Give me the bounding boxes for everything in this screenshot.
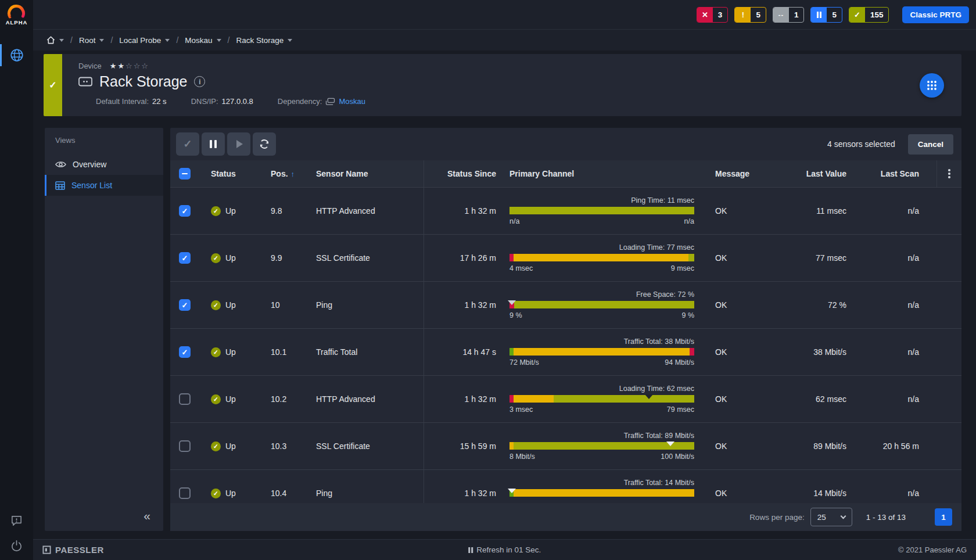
alarm-badge-down[interactable]: ✕ 3: [697, 7, 729, 23]
table-row[interactable]: ✓ ✓ Up 10.3 SSL Certificate 15 h 59 m Tr…: [170, 422, 961, 469]
table-row[interactable]: ✓ ✓ Up 9.8 HTTP Advanced 1 h 32 m Ping T…: [170, 187, 961, 234]
feedback-button[interactable]: [10, 515, 23, 527]
classic-prtg-button[interactable]: Classic PRTG: [902, 6, 969, 23]
breadcrumb-separator: /: [110, 35, 113, 45]
table-row[interactable]: ✓ ✓ Up 10.4 Ping 1 h 32 m Traffic Total:…: [170, 469, 961, 503]
breadcrumb-separator: /: [70, 35, 73, 45]
primary-channel-cell: Traffic Total: 89 Mbit/s 8 Mbit/s 100 Mb…: [498, 423, 707, 469]
status-since-cell: 15 h 59 m: [424, 423, 498, 469]
channel-min-label: 4 msec: [509, 264, 533, 273]
paessler-brand-label: PAESSLER: [55, 545, 104, 555]
rows-per-page-label: Rows per page:: [749, 513, 805, 522]
view-item-overview[interactable]: Overview: [45, 154, 163, 175]
apps-menu-button[interactable]: [920, 73, 944, 98]
device-type-label: Device: [78, 62, 102, 70]
primary-channel-cell: Free Space: 72 % 9 % 9 %: [498, 282, 707, 328]
sensor-name-cell[interactable]: HTTP Advanced: [302, 188, 424, 234]
check-button[interactable]: ✓: [176, 132, 199, 156]
row-checkbox[interactable]: ✓: [179, 205, 191, 217]
column-header-sensor-name[interactable]: Sensor Name: [302, 160, 424, 187]
priority-stars[interactable]: ★★☆☆☆: [110, 62, 149, 70]
row-checkbox[interactable]: ✓: [179, 252, 191, 264]
column-header-primary-channel[interactable]: Primary Channel: [498, 160, 707, 187]
row-checkbox[interactable]: ✓: [179, 440, 191, 452]
table-row[interactable]: ✓ ✓ Up 9.9 SSL Certificate 17 h 26 m Loa…: [170, 234, 961, 281]
position-cell: 9.9: [260, 235, 302, 281]
channel-min-label: n/a: [509, 217, 519, 226]
cancel-button[interactable]: Cancel: [908, 134, 953, 155]
top-bar: ✕ 3 ! 5 -- 1 5 ✓ 155 Classic PRTG: [33, 0, 976, 29]
logout-button[interactable]: [10, 540, 23, 552]
breadcrumb-rack-storage[interactable]: Rack Storage: [236, 36, 292, 45]
column-header-last-value[interactable]: Last Value: [765, 160, 852, 187]
channel-label: Free Space: 72 %: [509, 290, 694, 299]
sidebar-item-devices[interactable]: [0, 42, 33, 69]
primary-channel-cell: Ping Time: 11 msec n/a n/a: [498, 188, 707, 234]
column-header-status-since[interactable]: Status Since: [424, 160, 498, 187]
resume-button[interactable]: [227, 132, 250, 156]
dependency-link[interactable]: Moskau: [339, 97, 365, 106]
row-menu-cell: [936, 188, 961, 234]
table-row[interactable]: ✓ ✓ Up 10.2 HTTP Advanced 1 h 32 m Loadi…: [170, 375, 961, 422]
table-row[interactable]: ✓ ✓ Up 10.1 Traffic Total 14 h 47 s Traf…: [170, 328, 961, 375]
breadcrumb-moskau[interactable]: Moskau: [185, 36, 221, 45]
breadcrumb-home[interactable]: [46, 36, 64, 44]
rows-per-page-select[interactable]: 25: [810, 508, 852, 526]
column-header-message[interactable]: Message: [707, 160, 765, 187]
sensor-name-cell[interactable]: SSL Certificate: [302, 235, 424, 281]
channel-label: Ping Time: 11 msec: [509, 196, 694, 204]
alarm-badge-warning[interactable]: ! 5: [734, 7, 766, 23]
bar-segment: [514, 301, 694, 308]
status-up-icon: ✓: [211, 441, 221, 451]
channel-min-label: 9 %: [509, 311, 522, 320]
selection-toolbar: ✓ 4 sensors selected Cancel: [170, 128, 961, 160]
page-1-button[interactable]: 1: [935, 508, 952, 526]
device-icon: [78, 77, 92, 87]
alarm-badge-paused[interactable]: 5: [810, 7, 842, 23]
sensor-name-cell[interactable]: Ping: [302, 470, 424, 503]
meta-dependency: Dependency: Moskau: [278, 97, 365, 106]
bang-icon: !: [735, 8, 751, 22]
info-icon[interactable]: i: [194, 76, 205, 87]
pause-button[interactable]: [202, 132, 225, 156]
sensor-name-cell[interactable]: Ping: [302, 282, 424, 328]
view-item-sensor-list[interactable]: Sensor List: [45, 175, 163, 196]
status-since-cell: 14 h 47 s: [424, 329, 498, 375]
row-checkbox[interactable]: ✓: [179, 299, 191, 311]
scan-now-button[interactable]: [253, 132, 276, 156]
home-icon: [46, 36, 55, 44]
paessler-brand[interactable]: PAESSLER: [42, 545, 104, 555]
column-header-status[interactable]: Status: [199, 160, 260, 187]
sensor-name-cell[interactable]: SSL Certificate: [302, 423, 424, 469]
refresh-icon: [259, 138, 270, 150]
sensor-name-cell[interactable]: HTTP Advanced: [302, 376, 424, 422]
channel-bar: [509, 348, 694, 356]
refresh-countdown[interactable]: Refresh in 01 Sec.: [468, 545, 541, 554]
kebab-menu-icon[interactable]: [946, 167, 953, 181]
prtg-logo[interactable]: ALPHA: [6, 5, 28, 26]
sensor-name-cell[interactable]: Traffic Total: [302, 329, 424, 375]
alarm-badge-unknown[interactable]: -- 1: [773, 7, 805, 23]
table-row[interactable]: ✓ ✓ Up 10 Ping 1 h 32 m Free Space: 72 %…: [170, 281, 961, 328]
row-checkbox[interactable]: ✓: [179, 346, 191, 358]
channel-bar: [509, 254, 694, 261]
column-header-last-scan[interactable]: Last Scan: [852, 160, 936, 187]
channel-label: Traffic Total: 38 Mbit/s: [509, 338, 694, 346]
dependency-icon: [325, 98, 335, 106]
channel-bar: [509, 442, 694, 450]
status-cell: ✓ Up: [199, 423, 260, 469]
select-all-checkbox[interactable]: [179, 168, 191, 180]
column-header-pos[interactable]: Pos.↑: [260, 160, 302, 187]
position-cell: 10.3: [260, 423, 302, 469]
breadcrumb-root[interactable]: Root: [79, 36, 105, 45]
breadcrumb-local-probe[interactable]: Local Probe: [119, 36, 170, 45]
row-checkbox[interactable]: ✓: [179, 487, 191, 499]
channel-max-label: 9 %: [681, 311, 694, 320]
breadcrumb-label: Rack Storage: [236, 36, 284, 45]
status-up-icon: ✓: [211, 394, 221, 404]
collapse-panel-button[interactable]: «: [143, 509, 150, 523]
position-cell: 10.4: [260, 470, 302, 503]
status-label: Up: [225, 253, 236, 263]
alarm-badge-up[interactable]: ✓ 155: [849, 7, 889, 23]
row-checkbox[interactable]: ✓: [179, 393, 191, 405]
